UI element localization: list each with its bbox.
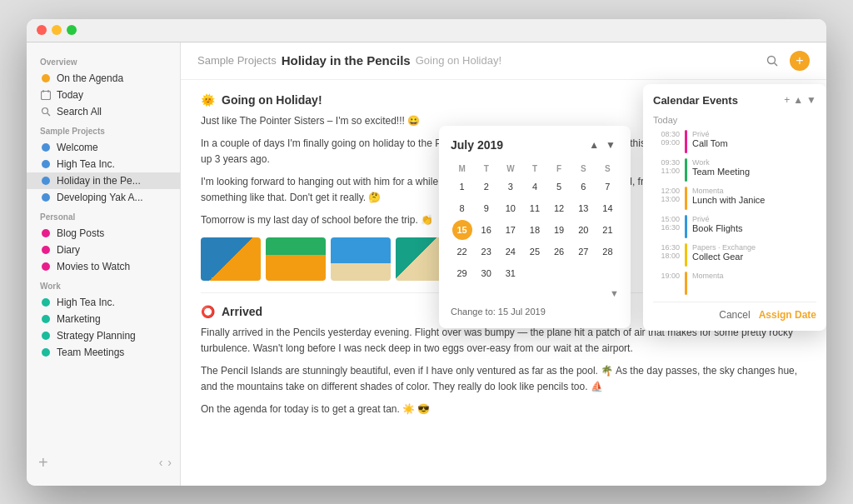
- nav-back-button[interactable]: ‹: [159, 456, 163, 469]
- cal-day[interactable]: 31: [501, 263, 521, 283]
- cal-day[interactable]: 25: [525, 242, 545, 262]
- cal-day-header-W: W: [499, 162, 521, 175]
- image-thumb-2: [266, 237, 326, 281]
- sidebar-item-diary[interactable]: Diary: [27, 242, 180, 258]
- cal-day-header-T1: T: [475, 162, 497, 175]
- cal-day-today[interactable]: 15: [452, 220, 472, 240]
- calendar-footer: Change to: 15 Jul 2019: [451, 307, 619, 317]
- sidebar-item-team-meetings[interactable]: Team Meetings: [27, 344, 180, 361]
- calendar-prev-button[interactable]: ▲: [586, 137, 602, 152]
- titlebar: [27, 19, 826, 42]
- add-project-button[interactable]: +: [35, 453, 52, 472]
- cal-day[interactable]: 8: [452, 198, 472, 218]
- cal-day[interactable]: 17: [501, 220, 521, 240]
- cal-day[interactable]: 7: [597, 177, 617, 197]
- calendar-popup: July 2019 ▲ ▼ M T W T F S S 1 2 3: [439, 126, 631, 328]
- section1-title: Going on Holiday!: [222, 93, 322, 107]
- event-category: Privé: [692, 130, 816, 138]
- event-times: 15:00 16:30: [653, 215, 680, 232]
- minimize-button[interactable]: [52, 25, 62, 35]
- sidebar: Overview On the Agenda Today: [27, 42, 181, 486]
- section2-title: Arrived: [222, 305, 262, 318]
- sidebar-item-label: Team Meetings: [57, 347, 124, 358]
- sidebar-item-label: On the Agenda: [57, 72, 123, 84]
- sidebar-item-label: Today: [57, 89, 83, 101]
- cal-day[interactable]: 13: [573, 198, 593, 218]
- cal-day[interactable]: 21: [597, 220, 617, 240]
- cal-day[interactable]: 9: [476, 198, 496, 218]
- cal-day-header-F: F: [548, 162, 571, 175]
- cal-day-header-S1: S: [572, 162, 595, 175]
- sidebar-item-high-tea-work[interactable]: High Tea Inc.: [27, 294, 180, 311]
- events-header-buttons: + ▲ ▼: [784, 94, 816, 106]
- calendar-next-button[interactable]: ▼: [602, 137, 619, 152]
- svg-point-5: [768, 56, 776, 63]
- cal-day[interactable]: 22: [452, 242, 472, 262]
- events-cancel-button[interactable]: Cancel: [719, 309, 750, 321]
- blue-dot-icon: [40, 158, 52, 170]
- events-assign-button[interactable]: Assign Date: [759, 309, 816, 321]
- event-name: Book Flights: [692, 223, 816, 233]
- calendar-scroll-down-button[interactable]: ▼: [610, 288, 619, 298]
- sidebar-item-today[interactable]: Today: [27, 87, 180, 103]
- cal-day[interactable]: 6: [573, 177, 593, 197]
- event-color-bar: [685, 187, 687, 210]
- cal-day[interactable]: 10: [501, 198, 521, 218]
- event-item-lunch: 12:00 13:00 Momenta Lunch with Janice: [653, 187, 816, 210]
- cal-day[interactable]: 19: [549, 220, 569, 240]
- event-name: Call Tom: [692, 138, 816, 148]
- sample-projects-section-label: Sample Projects: [27, 120, 180, 139]
- event-color-bar: [685, 130, 687, 153]
- svg-line-4: [47, 113, 50, 116]
- event-item-team-meeting: 09:30 11:00 Work Team Meeting: [653, 158, 816, 182]
- cal-day[interactable]: 2: [476, 177, 496, 197]
- cal-day[interactable]: 16: [476, 220, 496, 240]
- cal-day[interactable]: 26: [549, 242, 569, 262]
- sidebar-item-holiday[interactable]: Holiday in the Pe...: [27, 172, 180, 189]
- sidebar-item-marketing[interactable]: Marketing: [27, 311, 180, 327]
- events-next-button[interactable]: ▼: [806, 94, 816, 106]
- cal-day[interactable]: 12: [549, 198, 569, 218]
- events-add-button[interactable]: +: [784, 94, 790, 106]
- cal-day[interactable]: 24: [501, 242, 521, 262]
- cal-day[interactable]: 27: [573, 242, 593, 262]
- sidebar-item-developing-yak[interactable]: Developing Yak A...: [27, 189, 180, 206]
- sidebar-item-label: High Tea Inc.: [57, 158, 115, 170]
- event-item-momenta: 19:00 Momenta: [653, 272, 816, 295]
- cal-day[interactable]: 23: [476, 242, 496, 262]
- search-button[interactable]: [763, 52, 781, 70]
- cal-day[interactable]: 4: [525, 177, 545, 197]
- maximize-button[interactable]: [67, 25, 77, 35]
- cal-day[interactable]: 18: [525, 220, 545, 240]
- close-button[interactable]: [37, 25, 47, 35]
- cal-day[interactable]: 14: [597, 198, 617, 218]
- cal-day[interactable]: 11: [525, 198, 545, 218]
- sidebar-item-search-all[interactable]: Search All: [27, 103, 180, 120]
- sidebar-item-strategy[interactable]: Strategy Planning: [27, 327, 180, 344]
- events-prev-button[interactable]: ▲: [793, 94, 803, 106]
- cal-day[interactable]: 1: [452, 177, 472, 197]
- sidebar-item-blog-posts[interactable]: Blog Posts: [27, 225, 180, 242]
- content-area: Sample Projects Holiday in the Pencils G…: [181, 42, 826, 486]
- cal-day[interactable]: 5: [549, 177, 569, 197]
- event-details: Momenta: [692, 272, 816, 280]
- cal-day[interactable]: 20: [573, 220, 593, 240]
- add-note-button[interactable]: +: [790, 51, 810, 71]
- work-section-label: Work: [27, 275, 180, 294]
- event-times: 08:30 09:00: [653, 130, 680, 147]
- event-color-bar: [685, 243, 687, 267]
- sidebar-item-high-tea[interactable]: High Tea Inc.: [27, 156, 180, 172]
- cal-day[interactable]: 3: [501, 177, 521, 197]
- sidebar-item-movies[interactable]: Movies to Watch: [27, 258, 180, 275]
- nav-forward-button[interactable]: ›: [167, 456, 172, 469]
- sidebar-item-label: Holiday in the Pe...: [57, 175, 141, 187]
- event-item-collect-gear: 16:30 18:00 Papers · Exchange Collect Ge…: [653, 243, 816, 267]
- sidebar-item-label: Diary: [57, 244, 80, 256]
- sidebar-item-on-the-agenda[interactable]: On the Agenda: [27, 70, 180, 87]
- cal-day[interactable]: 30: [476, 263, 496, 283]
- event-name: Team Meeting: [692, 167, 816, 177]
- sidebar-item-welcome[interactable]: Welcome: [27, 139, 180, 156]
- cal-day[interactable]: 29: [452, 263, 472, 283]
- overview-section-label: Overview: [27, 51, 180, 70]
- cal-day[interactable]: 28: [597, 242, 617, 262]
